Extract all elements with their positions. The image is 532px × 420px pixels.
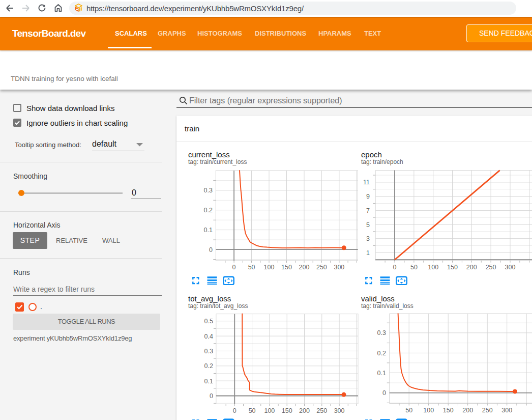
svg-text:150: 150	[447, 264, 458, 271]
svg-text:50: 50	[405, 407, 412, 414]
svg-text:0.3: 0.3	[204, 187, 213, 194]
svg-text:0.1: 0.1	[204, 227, 213, 234]
svg-text:100: 100	[264, 407, 275, 414]
svg-text:200: 200	[462, 407, 473, 414]
svg-text:100: 100	[428, 264, 438, 271]
svg-text:5: 5	[366, 221, 370, 229]
svg-text:100: 100	[423, 407, 434, 414]
svg-text:9: 9	[366, 193, 370, 200]
svg-text:250: 250	[316, 407, 327, 414]
svg-text:0: 0	[210, 393, 213, 400]
svg-text:0: 0	[382, 389, 386, 397]
svg-text:200: 200	[299, 264, 310, 271]
svg-text:200: 200	[466, 264, 477, 271]
svg-text:0.1: 0.1	[204, 378, 213, 385]
svg-text:0: 0	[232, 264, 236, 271]
svg-text:11: 11	[363, 179, 370, 186]
svg-text:0.3: 0.3	[377, 329, 386, 337]
svg-text:50: 50	[249, 407, 256, 414]
svg-text:150: 150	[282, 407, 292, 414]
svg-text:50: 50	[410, 264, 418, 271]
svg-text:300: 300	[334, 264, 344, 271]
svg-text:300: 300	[334, 407, 345, 414]
svg-text:100: 100	[264, 264, 275, 271]
svg-text:0: 0	[233, 407, 237, 414]
svg-text:0: 0	[393, 264, 397, 271]
svg-text:150: 150	[281, 264, 292, 271]
svg-text:250: 250	[316, 264, 327, 271]
svg-text:150: 150	[443, 407, 454, 414]
svg-text:300: 300	[501, 407, 512, 414]
svg-text:0.4: 0.4	[204, 333, 213, 340]
svg-text:250: 250	[486, 264, 496, 271]
svg-text:300: 300	[505, 264, 516, 271]
svg-text:7: 7	[366, 207, 370, 214]
svg-text:250: 250	[482, 407, 493, 414]
svg-text:50: 50	[248, 264, 255, 271]
svg-text:0.2: 0.2	[204, 362, 213, 370]
svg-text:0.5: 0.5	[204, 318, 213, 325]
svg-text:200: 200	[299, 407, 310, 414]
svg-text:0.2: 0.2	[204, 207, 213, 214]
svg-text:1: 1	[366, 249, 370, 257]
svg-text:0: 0	[209, 246, 213, 254]
svg-text:0.3: 0.3	[204, 348, 213, 355]
svg-text:0.1: 0.1	[377, 370, 386, 377]
svg-text:3: 3	[366, 235, 370, 242]
svg-text:0.2: 0.2	[377, 350, 386, 357]
